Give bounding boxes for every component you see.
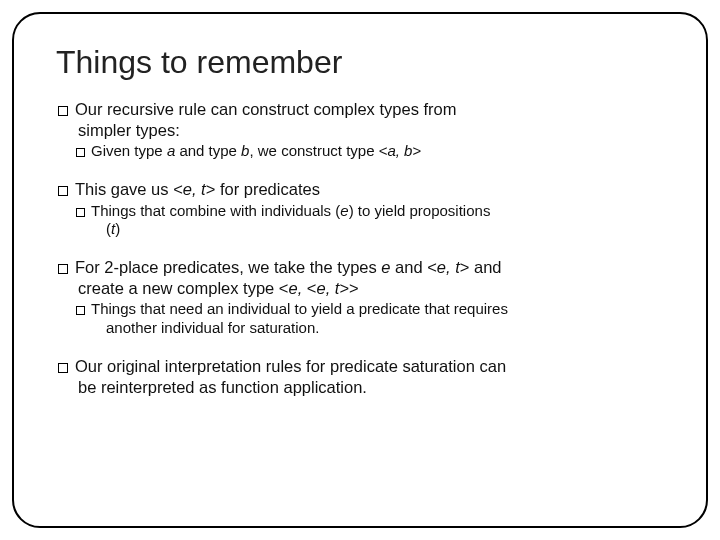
slide-frame: Things to remember Our recursive rule ca… [12, 12, 708, 528]
bullet-3-cont: create a new complex type <e, <e, t>> [58, 278, 664, 299]
bullet-3: For 2-place predicates, we take the type… [56, 257, 664, 298]
t: This gave us < [75, 180, 183, 198]
t: e [340, 202, 348, 219]
bullet-4-cont: be reinterpreted as function application… [58, 377, 664, 398]
t: e, [289, 279, 307, 297]
bullet-1-text: Our recursive rule can construct complex… [75, 100, 456, 118]
t: > for predicates [206, 180, 320, 198]
t: create a new complex type < [78, 279, 289, 297]
t: Our original interpretation rules for pr… [75, 357, 506, 375]
bullet-1-sub-1: Given type a and type b, we construct ty… [56, 142, 664, 161]
t: Given type [91, 142, 167, 159]
bullet-1: Our recursive rule can construct complex… [56, 99, 664, 140]
t: Things that need an individual to yield … [91, 300, 508, 317]
bullet-2-sub-1: Things that combine with individuals (e)… [56, 202, 664, 240]
t: a, b [387, 142, 412, 159]
bullet-3-sub-1-cont: another individual for saturation. [76, 319, 664, 338]
t: e, t [183, 180, 206, 198]
bullet-2-sub-1-cont: (t) [76, 220, 664, 239]
square-bullet-icon [58, 106, 68, 116]
t: >> [339, 279, 358, 297]
t: and < [391, 258, 437, 276]
t: and type [175, 142, 241, 159]
bullet-3-sub-1: Things that need an individual to yield … [56, 300, 664, 338]
t: e [381, 258, 390, 276]
bullet-4: Our original interpretation rules for pr… [56, 356, 664, 397]
square-bullet-icon [58, 186, 68, 196]
square-bullet-icon [58, 363, 68, 373]
t: ) to yield propositions [349, 202, 491, 219]
t: > [412, 142, 421, 159]
t: e, t [437, 258, 460, 276]
t: ) [115, 220, 120, 237]
bullet-1-cont: simpler types: [58, 120, 664, 141]
bullet-2: This gave us <e, t> for predicates [56, 179, 664, 200]
t: a [167, 142, 175, 159]
t: , we construct type < [249, 142, 387, 159]
square-bullet-icon [76, 208, 85, 217]
t: Things that combine with individuals ( [91, 202, 340, 219]
square-bullet-icon [76, 306, 85, 315]
t: < [307, 279, 317, 297]
t: e, t [317, 279, 340, 297]
slide-title: Things to remember [56, 44, 664, 81]
square-bullet-icon [76, 148, 85, 157]
t: For 2-place predicates, we take the type… [75, 258, 381, 276]
t: > and [460, 258, 502, 276]
square-bullet-icon [58, 264, 68, 274]
